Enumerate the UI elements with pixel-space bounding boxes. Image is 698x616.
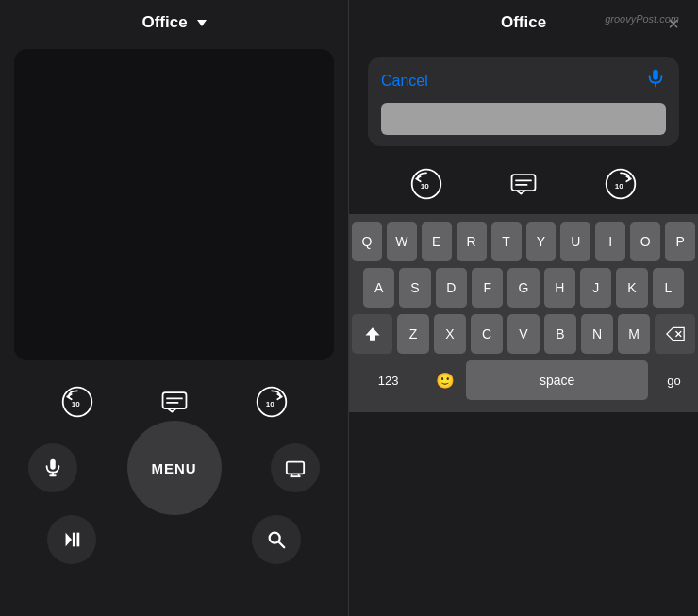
right-fastforward-button[interactable]: 10 [596,159,645,208]
search-button[interactable] [252,515,301,564]
left-header: Office [0,0,348,42]
key-u[interactable]: U [560,222,590,261]
key-e[interactable]: E [422,222,452,261]
shift-key[interactable] [352,314,392,354]
key-v[interactable]: V [507,314,540,354]
search-input[interactable] [381,103,666,135]
svg-rect-10 [287,462,304,474]
left-panel: Office 10 10 [0,0,349,616]
key-123[interactable]: 123 [352,360,424,400]
right-subtitles-button[interactable] [499,159,548,208]
key-y[interactable]: Y [526,222,557,261]
keyboard-row-2: A S D F G H J K L [352,268,695,308]
right-title: Office [501,13,546,32]
watermark: groovyPost.com [605,13,679,25]
go-key[interactable]: go [653,360,695,400]
key-i[interactable]: I [595,222,625,261]
rewind-button[interactable]: 10 [53,377,102,426]
key-l[interactable]: L [653,268,684,308]
key-p[interactable]: P [665,222,695,261]
key-emoji[interactable]: 🙂 [429,360,461,400]
svg-rect-15 [73,533,75,547]
bottom-controls: MENU [0,436,348,511]
play-pause-button[interactable] [47,515,96,564]
chevron-down-icon [197,20,207,26]
key-k[interactable]: K [616,268,647,308]
svg-rect-7 [50,459,56,470]
keyboard-row-1: Q W E R T Y U I O P [352,222,695,261]
key-x[interactable]: X [434,314,466,354]
right-panel: Office × groovyPost.com Cancel [349,0,698,616]
key-z[interactable]: Z [397,314,429,354]
svg-text:10: 10 [420,182,428,191]
left-title[interactable]: Office [141,13,206,32]
right-title-text: Office [501,13,546,32]
key-m[interactable]: M [618,314,650,354]
key-r[interactable]: R [457,222,487,261]
fastforward-button[interactable]: 10 [247,377,296,426]
key-o[interactable]: O [630,222,660,261]
key-d[interactable]: D [436,268,467,308]
svg-line-18 [279,542,285,548]
right-media-controls: 10 10 [349,154,698,214]
keyboard: Q W E R T Y U I O P A S D F G H J K L [349,214,698,412]
backspace-key[interactable] [655,314,695,354]
key-g[interactable]: G [507,268,539,308]
svg-marker-14 [66,533,72,547]
keyboard-row-3: Z X C V B N M [352,314,695,354]
key-h[interactable]: H [544,268,575,308]
title-text: Office [141,13,187,32]
svg-rect-2 [162,392,186,408]
keyboard-row-bottom: 123 🙂 space go [352,360,695,400]
key-n[interactable]: N [581,314,613,354]
space-key[interactable]: space [466,360,648,400]
display-area [14,49,334,360]
key-f[interactable]: F [472,268,503,308]
svg-text:10: 10 [615,182,623,191]
search-overlay: Cancel [368,57,679,146]
menu-label: MENU [151,460,196,476]
key-t[interactable]: T [491,222,522,261]
cancel-button[interactable]: Cancel [381,73,428,90]
key-s[interactable]: S [399,268,430,308]
right-rewind-button[interactable]: 10 [402,159,451,208]
key-b[interactable]: B [544,314,576,354]
tv-button[interactable] [271,443,320,492]
svg-text:10: 10 [71,400,79,408]
key-c[interactable]: C [471,314,503,354]
svg-rect-19 [653,70,658,80]
svg-marker-28 [365,327,379,341]
mic-icon[interactable] [645,68,666,93]
right-header: Office × groovyPost.com [349,0,698,42]
key-j[interactable]: J [580,268,611,308]
subtitles-button[interactable] [150,377,199,426]
menu-button[interactable]: MENU [127,421,222,515]
mic-button[interactable] [28,443,77,492]
svg-rect-23 [512,175,536,191]
svg-rect-16 [77,533,80,547]
svg-text:10: 10 [265,400,274,408]
key-a[interactable]: A [363,268,394,308]
key-q[interactable]: Q [352,222,382,261]
key-w[interactable]: W [387,222,417,261]
search-row: Cancel [381,68,666,93]
